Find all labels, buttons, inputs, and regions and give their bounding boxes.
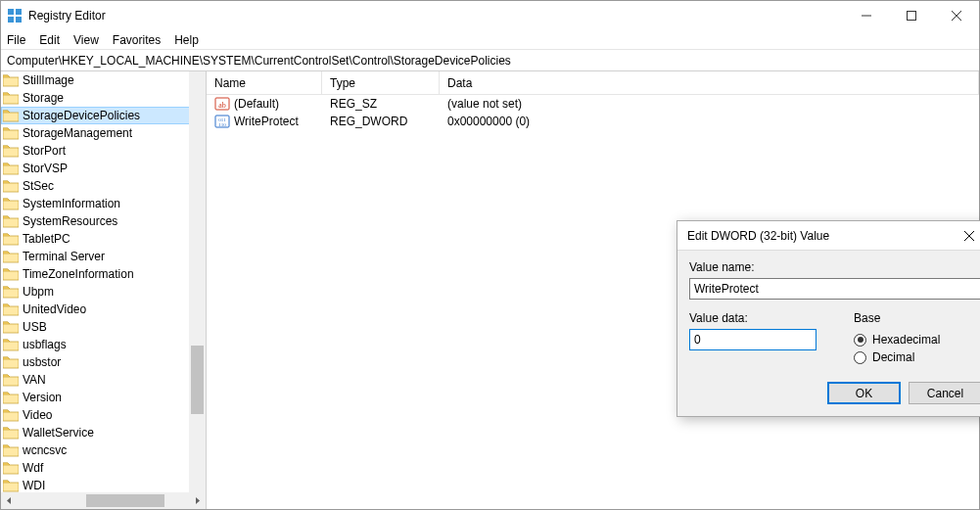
tree-item-label: StorPort xyxy=(23,144,66,158)
folder-icon xyxy=(3,73,19,87)
radio-dot-icon xyxy=(854,351,866,364)
tree-item[interactable]: Ubpm xyxy=(1,283,206,301)
dialog-close-button[interactable] xyxy=(955,221,980,251)
scroll-right-arrow[interactable] xyxy=(189,492,206,509)
value-name-field[interactable] xyxy=(689,278,980,300)
tree-item-label: SystemResources xyxy=(23,214,117,228)
folder-icon xyxy=(3,338,19,351)
tree-item[interactable]: Version xyxy=(1,389,206,406)
list-row[interactable]: 011110WriteProtectREG_DWORD0x00000000 (0… xyxy=(207,113,979,130)
tree-item[interactable]: UnitedVideo xyxy=(1,301,206,318)
menu-file[interactable]: File xyxy=(7,33,25,47)
ok-button[interactable]: OK xyxy=(827,382,901,404)
tree-item[interactable]: StillImage xyxy=(1,71,206,89)
tree-items: StillImageStorageStorageDevicePoliciesSt… xyxy=(1,71,206,494)
folder-icon xyxy=(3,162,19,175)
svg-rect-3 xyxy=(16,17,22,23)
value-data-field[interactable] xyxy=(689,329,817,350)
dialog-titlebar: Edit DWORD (32-bit) Value xyxy=(677,221,980,251)
scrollbar-track[interactable] xyxy=(18,492,189,509)
cell-name: 011110WriteProtect xyxy=(207,114,322,129)
menu-favorites[interactable]: Favorites xyxy=(113,33,161,47)
scrollbar-thumb[interactable] xyxy=(86,494,164,507)
column-header-type[interactable]: Type xyxy=(322,71,440,94)
tree-item[interactable]: VAN xyxy=(1,371,206,389)
edit-dword-dialog: Edit DWORD (32-bit) Value Value name: Va… xyxy=(677,220,980,417)
folder-icon xyxy=(3,250,19,263)
tree-item-label: UnitedVideo xyxy=(23,302,86,316)
window-controls xyxy=(844,1,979,30)
tree-item[interactable]: wcncsvc xyxy=(1,441,206,459)
tree-item[interactable]: USB xyxy=(1,318,206,336)
tree-item[interactable]: Storage xyxy=(1,89,206,107)
tree-item-label: USB xyxy=(23,320,47,334)
tree-item-label: Version xyxy=(23,391,62,404)
tree-item[interactable]: Wdf xyxy=(1,459,206,477)
column-header-name[interactable]: Name xyxy=(207,71,322,94)
menu-edit[interactable]: Edit xyxy=(39,33,60,47)
maximize-button[interactable] xyxy=(889,1,934,30)
address-bar[interactable]: Computer\HKEY_LOCAL_MACHINE\SYSTEM\Curre… xyxy=(1,50,979,71)
tree-item[interactable]: SystemResources xyxy=(1,212,206,230)
tree-horizontal-scrollbar[interactable] xyxy=(1,492,206,509)
menubar: File Edit View Favorites Help xyxy=(1,30,979,50)
tree-item[interactable]: TimeZoneInformation xyxy=(1,265,206,283)
titlebar: Registry Editor xyxy=(1,1,979,30)
tree-item[interactable]: StorageManagement xyxy=(1,124,206,142)
folder-icon xyxy=(3,443,19,457)
tree-item-label: Wdf xyxy=(23,461,43,475)
tree-item[interactable]: StorageDevicePolicies xyxy=(1,107,206,124)
value-list-pane[interactable]: Name Type Data ab(Default)REG_SZ(value n… xyxy=(207,71,979,509)
tree-item-label: TabletPC xyxy=(23,232,70,246)
folder-icon xyxy=(3,373,19,387)
folder-icon xyxy=(3,285,19,299)
tree-vertical-scrollbar[interactable] xyxy=(189,71,206,492)
list-header: Name Type Data xyxy=(207,71,979,95)
scrollbar-thumb[interactable] xyxy=(191,346,204,414)
tree-pane[interactable]: StillImageStorageStorageDevicePoliciesSt… xyxy=(1,71,207,509)
svg-rect-2 xyxy=(8,17,14,23)
tree-item-label: Video xyxy=(23,408,52,422)
svg-text:110: 110 xyxy=(218,122,226,127)
tree-item[interactable]: usbstor xyxy=(1,353,206,371)
tree-item[interactable]: StSec xyxy=(1,177,206,195)
folder-icon xyxy=(3,355,19,369)
list-row[interactable]: ab(Default)REG_SZ(value not set) xyxy=(207,95,979,113)
minimize-button[interactable] xyxy=(844,1,889,30)
tree-item[interactable]: Terminal Server xyxy=(1,248,206,265)
tree-item-label: usbstor xyxy=(23,355,61,369)
tree-item-label: Terminal Server xyxy=(23,250,105,263)
column-header-data[interactable]: Data xyxy=(440,71,979,94)
tree-item-label: StorVSP xyxy=(23,162,68,175)
radio-hex-label: Hexadecimal xyxy=(872,333,940,347)
value-data-label: Value data: xyxy=(689,311,836,325)
folder-icon xyxy=(3,479,19,492)
tree-item-label: wcncsvc xyxy=(23,443,67,457)
registry-app-icon xyxy=(7,8,23,23)
menu-view[interactable]: View xyxy=(73,33,99,47)
tree-item[interactable]: Video xyxy=(1,406,206,424)
base-radio-group: Hexadecimal Decimal xyxy=(854,329,940,364)
radio-hexadecimal[interactable]: Hexadecimal xyxy=(854,333,940,347)
tree-item[interactable]: WalletService xyxy=(1,424,206,441)
window-title: Registry Editor xyxy=(28,9,106,23)
menu-help[interactable]: Help xyxy=(174,33,199,47)
tree-item[interactable]: SystemInformation xyxy=(1,195,206,212)
folder-icon xyxy=(3,408,19,422)
folder-icon xyxy=(3,320,19,334)
tree-item[interactable]: usbflags xyxy=(1,336,206,353)
folder-icon xyxy=(3,109,19,122)
radio-decimal[interactable]: Decimal xyxy=(854,350,940,364)
folder-icon xyxy=(3,302,19,316)
tree-item-label: usbflags xyxy=(23,338,67,351)
registry-editor-window: Registry Editor File Edit View Favorites… xyxy=(0,0,980,510)
tree-item-label: SystemInformation xyxy=(23,197,120,210)
tree-item[interactable]: TabletPC xyxy=(1,230,206,248)
cell-data: (value not set) xyxy=(440,97,979,111)
tree-item[interactable]: StorPort xyxy=(1,142,206,160)
close-button[interactable] xyxy=(934,1,979,30)
tree-item-label: WDI xyxy=(23,479,45,492)
scroll-left-arrow[interactable] xyxy=(1,492,18,509)
tree-item[interactable]: StorVSP xyxy=(1,160,206,177)
cancel-button[interactable]: Cancel xyxy=(909,382,980,404)
